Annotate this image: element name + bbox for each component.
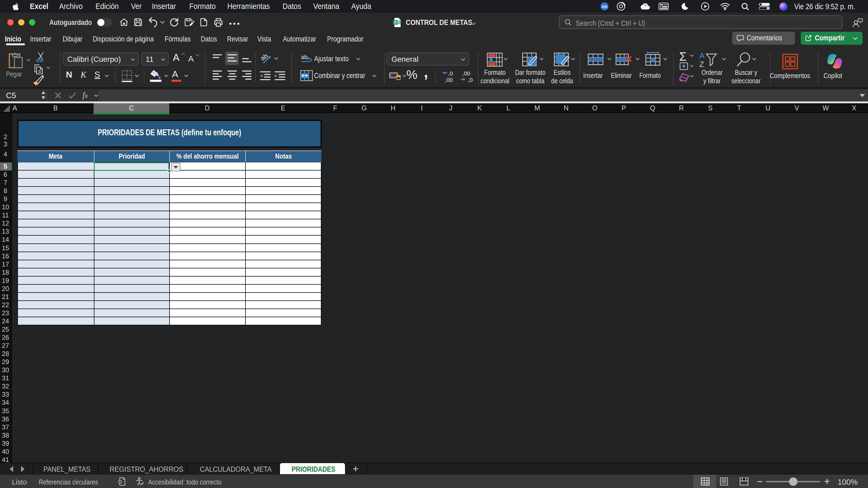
svg-text:A: A: [699, 52, 705, 60]
svg-text:Z: Z: [699, 60, 704, 68]
svg-text:,00: ,00: [462, 70, 470, 76]
svg-text:,0: ,0: [448, 70, 453, 76]
svg-text:,00: ,00: [445, 77, 453, 83]
svg-text:ab: ab: [301, 54, 308, 61]
svg-text:X: X: [394, 20, 397, 24]
svg-text:ab: ab: [260, 53, 269, 62]
svg-text:,0: ,0: [468, 77, 473, 83]
